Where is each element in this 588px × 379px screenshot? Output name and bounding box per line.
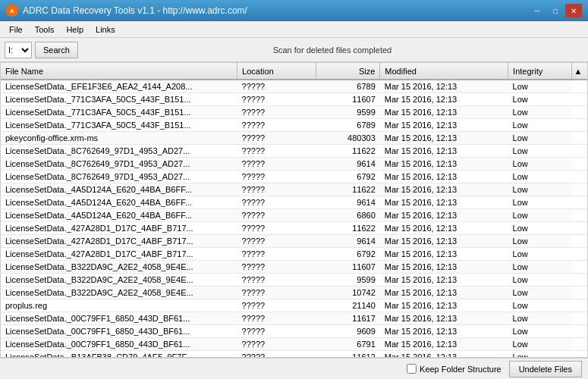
- col-header-size[interactable]: Size: [316, 63, 379, 80]
- table-cell: ?????: [237, 273, 316, 286]
- search-button[interactable]: Search: [35, 42, 78, 58]
- maximize-button[interactable]: □: [547, 4, 564, 17]
- table-cell: Mar 15 2016, 12:13: [380, 183, 508, 196]
- menu-tools[interactable]: Tools: [29, 23, 61, 36]
- table-cell: Mar 15 2016, 12:13: [380, 286, 508, 299]
- table-cell: Mar 15 2016, 12:13: [380, 260, 508, 273]
- table-cell: LicenseSetData._771C3AFA_50C5_443F_B151.…: [1, 92, 237, 105]
- table-cell: 9599: [316, 273, 379, 286]
- table-cell: Low: [508, 196, 572, 208]
- table-cell: 6792: [316, 170, 379, 183]
- table-cell: Mar 15 2016, 12:13: [380, 350, 508, 358]
- table-cell: 6860: [316, 208, 379, 221]
- table-cell: 11617: [316, 312, 379, 324]
- table-row[interactable]: LicenseSetData._8C762649_97D1_4953_AD27.…: [1, 144, 587, 157]
- keep-folder-label[interactable]: Keep Folder Structure: [407, 364, 502, 374]
- close-button[interactable]: ✕: [565, 4, 582, 17]
- table-row[interactable]: LicenseSetData._4A5D124A_E620_44BA_B6FF.…: [1, 208, 587, 221]
- table-cell: Mar 15 2016, 12:13: [380, 92, 508, 105]
- menu-file[interactable]: File: [3, 23, 29, 36]
- table-cell: Low: [508, 273, 572, 286]
- table-cell: ?????: [237, 144, 316, 157]
- table-row[interactable]: LicenseSetData._427A28D1_D17C_4ABF_B717.…: [1, 247, 587, 260]
- table-cell: Mar 15 2016, 12:13: [380, 105, 508, 118]
- table-cell: 6789: [316, 118, 379, 131]
- table-cell: 9614: [316, 157, 379, 170]
- table-cell: ?????: [237, 105, 316, 118]
- table-cell: ?????: [237, 286, 316, 299]
- table-row[interactable]: LicenseSetData._00C79FF1_6850_443D_BF61.…: [1, 324, 587, 337]
- table-row[interactable]: LicenseSetData._427A28D1_D17C_4ABF_B717.…: [1, 221, 587, 234]
- table-cell: LicenseSetData._00C79FF1_6850_443D_BF61.…: [1, 337, 237, 350]
- table-row[interactable]: LicenseSetData._B322DA9C_A2E2_4058_9E4E.…: [1, 260, 587, 273]
- table-cell: Low: [508, 299, 572, 312]
- table-cell: Low: [508, 170, 572, 183]
- col-header-filename[interactable]: File Name: [1, 63, 237, 80]
- table-cell: 6791: [316, 337, 379, 350]
- table-row[interactable]: LicenseSetData._427A28D1_D17C_4ABF_B717.…: [1, 234, 587, 247]
- file-table-container[interactable]: File Name Location Size Modified Integri…: [0, 62, 588, 358]
- table-row[interactable]: LicenseSetData._771C3AFA_50C5_443F_B151.…: [1, 118, 587, 131]
- table-cell: Mar 15 2016, 12:13: [380, 196, 508, 208]
- table-row[interactable]: pkeyconfig-office.xrm-ms?????480303Mar 1…: [1, 131, 587, 144]
- table-cell: LicenseSetData._B13AFB38_CD79_4AE5_9F7F.…: [1, 350, 237, 358]
- keep-folder-checkbox[interactable]: [407, 364, 417, 374]
- menu-help[interactable]: Help: [60, 23, 90, 36]
- table-cell: ?????: [237, 350, 316, 358]
- table-cell: Mar 15 2016, 12:13: [380, 273, 508, 286]
- col-header-location[interactable]: Location: [237, 63, 316, 80]
- col-header-integrity[interactable]: Integrity: [508, 63, 572, 80]
- table-row[interactable]: LicenseSetData._EFE1F3E6_AEA2_4144_A208.…: [1, 80, 587, 92]
- table-row[interactable]: LicenseSetData._4A5D124A_E620_44BA_B6FF.…: [1, 183, 587, 196]
- table-cell: Mar 15 2016, 12:13: [380, 170, 508, 183]
- table-cell: Mar 15 2016, 12:13: [380, 208, 508, 221]
- table-cell: ?????: [237, 337, 316, 350]
- col-header-modified[interactable]: Modified: [380, 63, 508, 80]
- table-row[interactable]: LicenseSetData._B322DA9C_A2E2_4058_9E4E.…: [1, 286, 587, 299]
- table-cell: Low: [508, 324, 572, 337]
- table-row[interactable]: LicenseSetData._B322DA9C_A2E2_4058_9E4E.…: [1, 273, 587, 286]
- table-cell: Low: [508, 208, 572, 221]
- table-row[interactable]: LicenseSetData._B13AFB38_CD79_4AE5_9F7F.…: [1, 350, 587, 358]
- app-icon: A: [6, 5, 18, 17]
- table-row[interactable]: LicenseSetData._00C79FF1_6850_443D_BF61.…: [1, 337, 587, 350]
- table-row[interactable]: LicenseSetData._8C762649_97D1_4953_AD27.…: [1, 157, 587, 170]
- undelete-button[interactable]: Undelete Files: [509, 361, 582, 377]
- table-row[interactable]: LicenseSetData._771C3AFA_50C5_443F_B151.…: [1, 92, 587, 105]
- table-cell: ?????: [237, 157, 316, 170]
- table-cell: Low: [508, 118, 572, 131]
- table-row[interactable]: proplus.reg?????21140Mar 15 2016, 12:13L…: [1, 299, 587, 312]
- table-row[interactable]: LicenseSetData._00C79FF1_6850_443D_BF61.…: [1, 312, 587, 324]
- table-row[interactable]: LicenseSetData._771C3AFA_50C5_443F_B151.…: [1, 105, 587, 118]
- menu-links[interactable]: Links: [90, 23, 121, 36]
- table-header-row: File Name Location Size Modified Integri…: [1, 63, 587, 80]
- table-cell: LicenseSetData._00C79FF1_6850_443D_BF61.…: [1, 324, 237, 337]
- table-cell: Low: [508, 157, 572, 170]
- col-header-sort[interactable]: ▲: [572, 63, 587, 80]
- table-cell: Low: [508, 92, 572, 105]
- table-cell: 21140: [316, 299, 379, 312]
- table-cell: ?????: [237, 183, 316, 196]
- minimize-button[interactable]: ─: [529, 4, 546, 17]
- table-cell: Low: [508, 247, 572, 260]
- table-cell: LicenseSetData._771C3AFA_50C5_443F_B151.…: [1, 118, 237, 131]
- table-cell: Low: [508, 144, 572, 157]
- table-row[interactable]: LicenseSetData._8C762649_97D1_4953_AD27.…: [1, 170, 587, 183]
- table-cell: ?????: [237, 80, 316, 92]
- table-cell: ?????: [237, 196, 316, 208]
- svg-text:A: A: [10, 8, 14, 14]
- table-cell: LicenseSetData._B322DA9C_A2E2_4058_9E4E.…: [1, 273, 237, 286]
- drive-select[interactable]: I: C: D:: [5, 42, 32, 58]
- table-row[interactable]: LicenseSetData._4A5D124A_E620_44BA_B6FF.…: [1, 196, 587, 208]
- table-cell: ?????: [237, 299, 316, 312]
- table-cell: Low: [508, 337, 572, 350]
- table-cell: Mar 15 2016, 12:13: [380, 131, 508, 144]
- table-cell: LicenseSetData._427A28D1_D17C_4ABF_B717.…: [1, 234, 237, 247]
- toolbar: I: C: D: Search Scan for deleted files c…: [0, 38, 588, 62]
- table-cell: ?????: [237, 234, 316, 247]
- table-cell: ?????: [237, 118, 316, 131]
- table-cell: Mar 15 2016, 12:13: [380, 118, 508, 131]
- table-body: LicenseSetData._EFE1F3E6_AEA2_4144_A208.…: [1, 80, 587, 358]
- table-cell: 11612: [316, 350, 379, 358]
- keep-folder-text: Keep Folder Structure: [420, 365, 502, 374]
